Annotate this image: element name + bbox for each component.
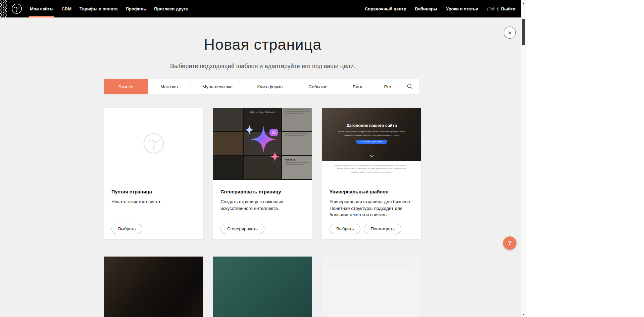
preview-cta-button: Заглавное действие [356,140,387,144]
preview-button[interactable]: Посмотреть [364,224,401,234]
user-name: (John) [487,6,499,11]
nav-my-sites[interactable]: Мои сайты [30,0,53,17]
nav-invite-friend[interactable]: Пригласи друга [154,0,188,17]
card-actions: Сгенерировать [220,224,264,234]
universal-card-image: Заголовок вашего сайта Добавьте интересн… [322,108,421,180]
card-title: Пустая страница [111,189,196,194]
template-card-partial-2[interactable] [213,257,312,317]
ai-card-image: Title of Your Website [213,108,312,180]
page-scrollbar[interactable]: ▲ ▼ [521,0,526,317]
close-icon: × [508,30,511,36]
nav-lessons-articles[interactable]: Уроки и статьи [446,0,478,17]
new-page-dialog: × Новая страница Выберите подходящий шаб… [0,17,521,317]
tab-business[interactable]: Бизнес [104,79,148,94]
preview-body-text: Коротко представьтесь и расскажите о ком… [322,161,421,174]
tab-store[interactable]: Магазин [147,79,191,94]
tab-pro[interactable]: Pro [375,79,400,94]
nav-pricing[interactable]: Тарифы и оплата [80,0,117,17]
help-chat-button[interactable]: ? [503,236,516,250]
secondary-nav: Справочный центр Вебинары Уроки и статьи… [365,0,521,17]
nav-profile[interactable]: Профиль [126,0,146,17]
preview-subtitle: Добавьте интересные подробности о вашей … [335,130,408,137]
skeleton-line [325,265,418,265]
main-nav: Мои сайты CRM Тарифы и оплата Профиль Пр… [30,0,188,17]
tab-event[interactable]: Событие [296,79,340,94]
page-title: Новая страница [104,37,422,52]
search-icon [407,83,413,90]
card-description: Универсальная страница для бизнеса. Поня… [330,198,412,218]
card-title: Сгенерировать страницу [220,189,305,194]
card-body: Пустая страница Начать с чистого листа. [104,180,203,205]
template-image-dark [104,257,203,317]
page-subtitle: Выберите подходящий шаблон и адаптируйте… [104,63,422,70]
skeleton-line [325,267,412,267]
choose-button[interactable]: Выбрать [330,224,360,234]
template-category-tabs: Бизнес Магазин Мультиссылка Квиз-форма С… [104,79,422,94]
card-description: Создать страницу с помощью искусственног… [220,198,303,212]
tab-blog[interactable]: Блог [340,79,375,94]
ai-badge: AI [269,129,278,136]
tilda-zigzag-pattern-icon [0,0,7,17]
card-body: Универсальный шаблон Универсальная стран… [322,180,421,218]
card-actions: Выбрать [111,224,142,234]
tab-quiz-form[interactable]: Квиз-форма [244,79,296,94]
template-preview-hero: Заголовок вашего сайта Добавьте интересн… [322,108,421,161]
nav-help-center[interactable]: Справочный центр [365,0,406,17]
top-navbar: Мои сайты CRM Тарифы и оплата Профиль Пр… [0,0,521,17]
question-mark-icon: ? [508,240,511,246]
blank-card-image [104,108,203,180]
tilda-logo-icon[interactable] [11,3,22,14]
tab-search[interactable] [400,79,419,94]
nav-logout[interactable]: (John) Выйти [487,0,515,17]
template-grid: Пустая страница Начать с чистого листа. … [104,108,422,317]
scrollbar-thumb[interactable] [522,19,525,45]
close-dialog-button[interactable]: × [504,27,516,39]
choose-button[interactable]: Выбрать [111,224,142,234]
chevron-down-icon [370,152,374,158]
browser-viewport: Мои сайты CRM Тарифы и оплата Профиль Пр… [0,0,521,317]
template-card-universal[interactable]: Заголовок вашего сайта Добавьте интересн… [322,108,421,239]
template-card-ai-generate[interactable]: Title of Your Website [213,108,312,239]
nav-crm[interactable]: CRM [61,0,71,17]
generate-button[interactable]: Сгенерировать [220,224,264,234]
template-card-partial-1[interactable] [104,257,203,317]
card-body: Сгенерировать страницу Создать страницу … [213,180,312,212]
nav-webinars[interactable]: Вебинары [415,0,437,17]
card-title: Универсальный шаблон [330,189,414,194]
card-actions: Выбрать Посмотреть [330,224,401,234]
template-image-light [322,257,421,317]
scrollbar-down-arrow[interactable]: ▼ [521,312,526,317]
dialog-inner: Новая страница Выберите подходящий шабло… [104,17,422,317]
template-image-teal [213,257,312,317]
tilda-watermark-icon [143,132,165,156]
template-card-partial-3[interactable] [322,257,421,317]
tab-multilink[interactable]: Мультиссылка [191,79,244,94]
ai-sparkle-icon [239,120,286,168]
card-description: Начать с чистого листа. [111,198,194,205]
preview-title: Заголовок вашего сайта [322,108,421,128]
template-preview-body: Коротко представьтесь и расскажите о ком… [322,161,421,180]
scrollbar-up-arrow[interactable]: ▲ [521,0,526,5]
template-card-blank[interactable]: Пустая страница Начать с чистого листа. … [104,108,203,239]
logout-label: Выйти [501,6,515,11]
